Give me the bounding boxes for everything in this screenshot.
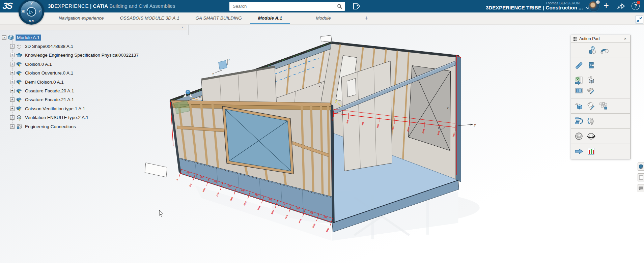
expand-node-icon[interactable]: + [10,124,15,129]
expand-node-icon[interactable]: + [10,115,15,120]
clamp-icon[interactable] [586,61,596,70]
rotate-cube-icon[interactable] [586,76,596,85]
tree-item-3d-shape00478638-a-1[interactable]: +3D Shape00478638 A.1 [1,42,140,51]
expand-node-icon[interactable]: + [10,53,15,57]
collapse-tree-icon[interactable]: ‹ [182,25,183,30]
cube-arrow-icon[interactable] [574,101,584,111]
tree-item-module-a-1[interactable]: -Module A.1 [1,33,140,42]
tree-item-label[interactable]: Ossature Facade.20 A.1 [24,88,75,94]
avatar[interactable] [588,1,599,12]
globe-icon[interactable] [574,132,584,141]
multi-instance-icon[interactable] [598,101,608,111]
panel-splitter-handle[interactable] [187,25,189,35]
tree-item-label[interactable]: Ossature Facade.21 A.1 [24,97,75,103]
tag-icon[interactable] [351,2,360,11]
action-pad-header[interactable]: Action Pad – × [571,35,630,43]
tree-item-label[interactable]: Engineering Connections [24,124,77,129]
tree-item-label[interactable]: Ventilation ENSUITE type.2 A.1 [24,115,89,120]
tag-edit-icon[interactable] [586,101,596,111]
compass-widget[interactable]: ▷ y 3D i' V.R [19,0,44,25]
action-pad-title: Action Pad [579,36,616,41]
expand-node-icon[interactable]: + [10,97,15,102]
expand-node-icon[interactable]: + [10,89,15,93]
excel-export-icon[interactable] [574,76,584,85]
tree-item-ventilation-ensuite-type-2-a-1[interactable]: +Ventilation ENSUITE type.2 A.1 [1,113,140,122]
tree-item-label[interactable]: Caisson Ventilation type.1 A.1 [24,106,86,112]
tree-item-engineering-connections[interactable]: +Engineering Connections [1,122,140,131]
3ds-logo[interactable]: 3S [2,1,19,11]
tree-item-demi-cloison-0-a-1[interactable]: +Demi Cloison.0 A.1 [1,78,140,86]
instance-icon [16,79,22,85]
model-tree: -Module A.1+3D Shape00478638 A.1+Knowled… [1,33,140,131]
action-pad-group [571,129,630,144]
tree-item-label[interactable]: Demi Cloison.0 A.1 [24,79,65,85]
selection-box-side-button[interactable] [638,173,644,181]
ruler-icon[interactable] [574,61,584,70]
expand-node-icon[interactable]: + [10,62,15,66]
expand-node-icon[interactable]: + [10,44,15,49]
tab-bar: Navigation experienceOSSABOIS MODULE 3D … [0,12,644,25]
database-side-button[interactable] [638,163,644,171]
add-tab-button[interactable]: + [356,12,376,24]
compass-top-quadrant[interactable]: y [30,1,32,5]
tree-item-label[interactable]: 3D Shape00478638 A.1 [24,43,74,49]
compass-3d-quadrant[interactable]: 3D [21,10,25,13]
brand-suffix: Building and Civil Assemblies [109,3,175,9]
magnet-assembly-icon[interactable] [599,46,610,55]
close-icon[interactable]: × [622,35,628,42]
3d-viewport[interactable]: 0200113017402350297035753600417047705555… [0,25,644,263]
right-corner-post[interactable] [456,55,461,182]
tree-item-ossature-facade-20-a-1[interactable]: +Ossature Facade.20 A.1 [1,86,140,95]
tree-item-label[interactable]: Knowledge Engineering Specification Phys… [24,52,140,58]
compass-play-button[interactable]: ▷ [27,7,36,17]
search-input[interactable] [229,2,345,11]
expand-node-icon[interactable]: + [10,80,15,84]
instance-icon [16,61,22,67]
tree-reorder-icon[interactable] [574,116,584,126]
connections-icon [16,123,22,129]
arrow-export-icon[interactable] [574,147,584,156]
help-button[interactable]: ? [632,2,640,10]
brand-3d: 3D [48,3,54,9]
tree-item-cloison-ouverture-0-a-1[interactable]: +Cloison Ouverture.0 A.1 [1,69,140,78]
tree-item-label[interactable]: Cloison.0 A.1 [24,61,53,67]
interior-partition-right[interactable] [341,61,392,171]
tree-panel-header: ‹ [0,25,187,30]
tree-item-knowledge-engineering-specification-phys[interactable]: +Knowledge Engineering Specification Phy… [1,51,140,60]
tree-item-cloison-0-a-1[interactable]: +Cloison.0 A.1 [1,60,140,68]
tab-ossabois-module-3d-a-1[interactable]: OSSABOIS MODULE 3D A.1 [112,12,188,24]
tab-ga-smart-building[interactable]: GA SMART BUILDING [187,12,250,24]
explore-assembly-icon[interactable] [587,46,597,55]
globe-rotate-icon[interactable] [586,132,596,141]
tree-item-ossature-facade-21-a-1[interactable]: +Ossature Facade.21 A.1 [1,95,140,104]
search-icon[interactable] [337,4,342,9]
robot-update-icon[interactable] [586,116,596,126]
notification-badge [637,1,640,4]
comment-side-button[interactable] [638,184,644,192]
tree-item-label[interactable]: Module A.1 [16,35,41,40]
collapse-node-icon[interactable]: - [2,35,6,40]
panel-edit-icon[interactable] [586,86,596,95]
product-icon [8,34,14,40]
partition-window-opening[interactable] [347,79,356,97]
tree-item-label[interactable]: Cloison Ouverture.0 A.1 [24,70,74,76]
svg-text:y: y [474,123,476,126]
roof-plate [320,35,332,42]
svg-text:x: x [199,95,201,98]
share-icon[interactable] [617,2,625,11]
compass-info-quadrant[interactable]: i' [39,10,40,13]
minimize-icon[interactable]: – [616,35,622,42]
restore-viewport-button[interactable] [635,16,643,24]
expand-node-icon[interactable]: + [10,71,15,75]
tenant-label: 3DEXPERIENCE TRIBE | Construction ... [486,5,583,10]
tenant-selector[interactable]: 3DEXPERIENCE TRIBE | Construction ... [486,5,584,10]
tab-module[interactable]: Module [308,12,339,24]
compass-vr-quadrant[interactable]: V.R [29,20,34,23]
tab-module-a-1[interactable]: Module A.1 [250,12,290,24]
expand-node-icon[interactable]: + [10,107,15,111]
add-content-button[interactable]: + [604,0,609,11]
double-door-icon[interactable] [574,86,584,95]
tree-item-caisson-ventilation-type-1-a-1[interactable]: +Caisson Ventilation type.1 A.1 [1,104,140,113]
schedule-chart-icon[interactable] [586,147,596,156]
tab-navigation-experience[interactable]: Navigation experience [51,12,112,24]
